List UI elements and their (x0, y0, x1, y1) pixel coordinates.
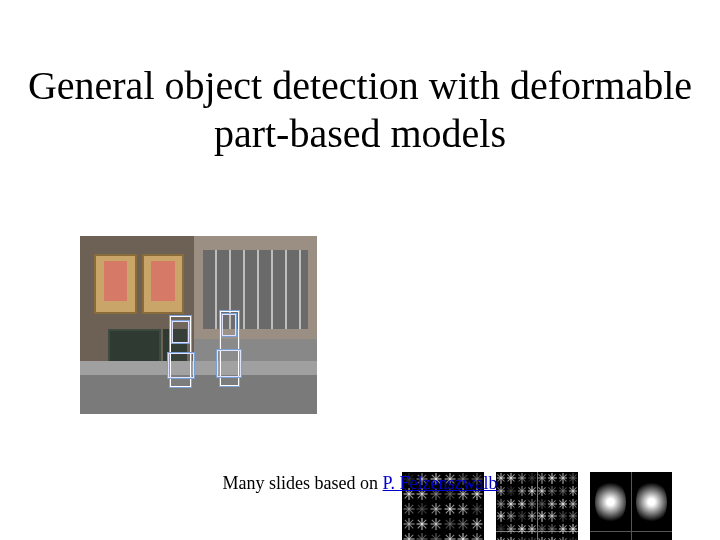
hog-cell (402, 517, 416, 532)
credit-line: Many slides based on P. Felzenszwalb (0, 473, 720, 494)
street-scene-photo (80, 236, 317, 414)
hog-cell (496, 536, 506, 540)
photo-shop-window (94, 254, 137, 315)
hog-cell (496, 497, 506, 510)
hog-cell (443, 517, 457, 532)
detection-part-box (222, 314, 236, 335)
photo-road (80, 375, 317, 414)
grid-line (590, 531, 672, 532)
hog-cell (537, 523, 547, 536)
hog-cell (547, 497, 557, 510)
hog-cell (416, 517, 430, 532)
hog-cell (537, 510, 547, 523)
hog-cell (506, 523, 516, 536)
hog-cell (416, 502, 430, 517)
hog-cell (429, 517, 443, 532)
hog-cell (527, 536, 537, 540)
hog-cell (506, 497, 516, 510)
hog-cell (558, 497, 568, 510)
hog-cell (402, 531, 416, 540)
hog-cell (527, 523, 537, 536)
hog-cell (568, 510, 578, 523)
hog-cell (470, 502, 484, 517)
hog-cell (517, 523, 527, 536)
hog-cell (470, 517, 484, 532)
hog-cell (547, 523, 557, 536)
slide-title: General object detection with deformable… (0, 62, 720, 158)
hog-cell (506, 536, 516, 540)
hog-cell (568, 536, 578, 540)
hog-cell (496, 523, 506, 536)
hog-cell (517, 536, 527, 540)
hog-cell (457, 531, 471, 540)
hog-cell (547, 536, 557, 540)
hog-cell (558, 523, 568, 536)
credit-link[interactable]: P. Felzenszwalb (383, 473, 498, 493)
hog-cell (517, 497, 527, 510)
hog-cell (429, 502, 443, 517)
photo-shop-window (142, 254, 185, 315)
hog-cell (416, 531, 430, 540)
hog-cell (547, 510, 557, 523)
hog-cell (568, 523, 578, 536)
hog-cell (457, 517, 471, 532)
hog-cell (457, 502, 471, 517)
hog-cell (527, 497, 537, 510)
hog-cell (527, 510, 537, 523)
hog-cell (506, 510, 516, 523)
detection-part-box (168, 353, 194, 378)
hog-cell (568, 497, 578, 510)
detection-part-box (172, 321, 189, 342)
hog-cell (443, 531, 457, 540)
hog-cell (443, 502, 457, 517)
hog-cell (537, 497, 547, 510)
hog-cell (470, 531, 484, 540)
hog-cell (558, 536, 568, 540)
hog-cell (429, 531, 443, 540)
hog-cell (517, 510, 527, 523)
figure-row (0, 236, 720, 414)
hog-cell (402, 502, 416, 517)
credit-prefix: Many slides based on (223, 473, 383, 493)
hog-cell (496, 510, 506, 523)
hog-cell (537, 536, 547, 540)
hog-cell (558, 510, 568, 523)
detection-part-box (217, 350, 241, 377)
